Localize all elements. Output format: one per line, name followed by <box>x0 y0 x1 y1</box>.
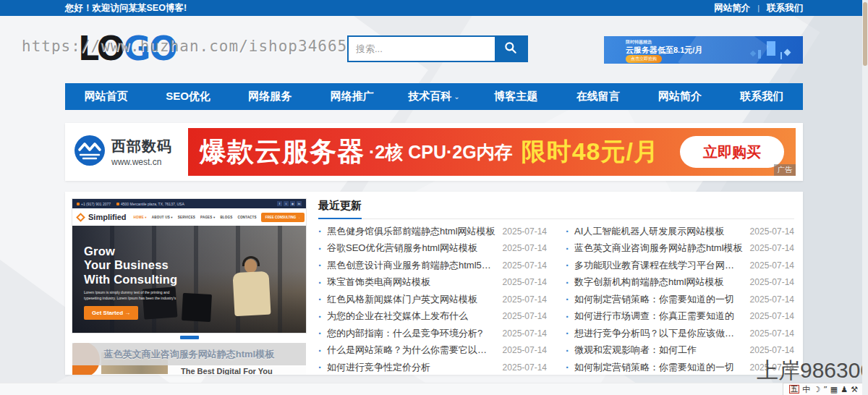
article-link[interactable]: 如何进行市场调查：你真正需要知道的 <box>574 310 743 323</box>
preview-brand: Simplified <box>88 213 127 221</box>
bullet-icon: · <box>566 362 569 373</box>
bullet-icon: · <box>318 226 322 237</box>
recent-item: ·谷歌SEO优化营销服务html网站模板2025-07-14 <box>318 240 547 258</box>
preview-menu: HOME ▾ABOUT US ▾SERVICESPAGES ▾BLOGSCONT… <box>134 216 257 219</box>
article-link[interactable]: 您的内部指南：什么是竞争环境分析? <box>327 327 495 340</box>
nav-item-网站首页[interactable]: 网站首页 <box>65 83 147 110</box>
search-input[interactable] <box>349 37 495 61</box>
preview-phone: +1 (917) 901 2077 <box>77 202 111 206</box>
search-icon <box>503 41 518 57</box>
vendor-logo-link[interactable]: 西部数码 www.west.cn <box>65 135 188 169</box>
ime-tool-icon[interactable]: ♟ <box>841 386 848 394</box>
article-link[interactable]: 蓝色英文商业咨询服务网站静态html模板 <box>574 242 743 255</box>
nav-item-SEO优化[interactable]: SEO优化 <box>147 83 229 110</box>
article-link[interactable]: 如何制定营销策略：你需要知道的一切 <box>574 293 743 306</box>
logo-text-black: LO <box>78 29 124 68</box>
nav-item-博客主题[interactable]: 博客主题 <box>475 83 557 110</box>
article-link[interactable]: 多功能职业教育课程在线学习平台网站模板 <box>574 259 743 272</box>
preview-menu-item: BLOGS <box>220 216 232 219</box>
article-link[interactable]: 谷歌SEO优化营销服务html网站模板 <box>327 242 495 255</box>
article-date: 2025-07-14 <box>750 294 794 305</box>
vendor-url: www.west.cn <box>111 157 172 167</box>
server-illustration-icon <box>742 40 793 60</box>
recent-item: ·想进行竞争分析吗？以下是你应该做的7个理由2025-07-14 <box>566 325 794 342</box>
article-link[interactable]: AI人工智能机器人研发展示网站模板 <box>574 225 743 238</box>
article-date: 2025-07-14 <box>503 277 547 287</box>
bullet-icon: · <box>318 328 322 339</box>
preview-hero: Grow Your Business With Consulting Lorem… <box>72 226 306 333</box>
article-date: 2025-07-14 <box>750 226 794 237</box>
bullet-icon: · <box>318 294 322 305</box>
article-link[interactable]: 红色风格新闻媒体门户英文网站模板 <box>327 293 495 306</box>
preview-menu-item: CONTACTS <box>237 216 256 219</box>
bullet-icon: · <box>566 226 569 237</box>
recent-list-column-2: ·AI人工智能机器人研发展示网站模板2025-07-14·蓝色英文商业咨询服务网… <box>566 223 794 375</box>
person-shape <box>232 271 271 317</box>
ime-halfwidth-icon[interactable]: ☽ <box>813 386 820 394</box>
nav-item-联系我们[interactable]: 联系我们 <box>721 83 803 110</box>
recent-item: ·多功能职业教育课程在线学习平台网站模板2025-07-14 <box>566 257 794 274</box>
recent-list-column-1: ·黑色健身馆俱乐部前端静态html网站模板2025-07-14·谷歌SEO优化营… <box>318 223 547 375</box>
article-link[interactable]: 珠宝首饰类电商网站模板 <box>327 276 495 289</box>
hero-title-line: With Consulting <box>84 273 177 286</box>
recent-updates-section: 最近更新 ·黑色健身馆俱乐部前端静态html网站模板2025-07-14·谷歌S… <box>318 199 794 375</box>
ime-soft-keyboard-icon[interactable]: ▦ <box>830 386 838 394</box>
buy-now-button[interactable]: 立即购买 <box>680 136 784 168</box>
article-link[interactable]: 微观和宏观影响者：如何工作 <box>574 344 743 357</box>
topbar-link-site-intro[interactable]: 网站简介 <box>714 2 750 14</box>
west-digital-logo-icon <box>74 135 106 169</box>
bullet-icon: · <box>566 311 569 322</box>
recent-item: ·红色风格新闻媒体门户英文网站模板2025-07-14 <box>318 291 547 308</box>
article-date: 2025-07-14 <box>503 226 547 237</box>
section-title: 最近更新 <box>318 199 362 219</box>
nav-item-在线留言[interactable]: 在线留言 <box>557 83 639 110</box>
recent-item: ·蓝色英文商业咨询服务网站静态html模板2025-07-14 <box>566 240 794 258</box>
search-button[interactable] <box>495 37 527 61</box>
diamond-logo-icon <box>76 213 85 222</box>
bullet-icon: · <box>318 311 322 322</box>
scrollbar-track[interactable] <box>862 0 868 395</box>
bullet-icon: · <box>566 243 569 254</box>
ime-settings-wrench-icon[interactable]: ⚒ <box>851 386 858 394</box>
twitter-icon: t <box>284 201 289 206</box>
recent-item: ·黑色创意设计商业服务前端静态html5网站模板2025-07-14 <box>318 257 547 274</box>
preview-topbar: +1 (917) 901 2077 4500 Mercantile plaza,… <box>72 199 306 208</box>
ime-wubi-icon[interactable]: 五 <box>789 385 799 394</box>
recent-item: ·数字创新机构前端静态html网站模板2025-07-14 <box>566 274 794 292</box>
article-link[interactable]: 数字创新机构前端静态html网站模板 <box>574 276 743 289</box>
article-date: 2025-07-14 <box>503 243 547 253</box>
article-date: 2025-07-14 <box>503 294 547 305</box>
featured-slider[interactable]: +1 (917) 901 2077 4500 Mercantile plaza,… <box>72 199 306 375</box>
cloud-server-ad-banner[interactable]: 爆款云服务器 ·2核 CPU·2G内存 限时48元/月 立即购买 广告 <box>188 128 796 176</box>
article-link[interactable]: 为您的企业在社交媒体上发布什么 <box>327 310 495 323</box>
article-link[interactable]: 如何进行竞争性定价分析 <box>327 361 495 374</box>
bullet-icon: · <box>318 260 322 271</box>
nav-item-技术百科[interactable]: 技术百科⌄ <box>393 83 475 110</box>
article-link[interactable]: 什么是网站策略？为什么你需要它以及你如何做到 <box>327 344 495 357</box>
bullet-icon: · <box>318 277 322 288</box>
recent-item: ·黑色健身馆俱乐部前端静态html网站模板2025-07-14 <box>318 223 547 240</box>
nav-item-网络推广[interactable]: 网络推广 <box>311 83 393 110</box>
recent-item: ·如何制定营销策略：你需要知道的一切2025-07-14 <box>566 359 794 375</box>
article-link[interactable]: 黑色创意设计商业服务前端静态html5网站模板 <box>327 259 495 272</box>
article-date: 2025-07-14 <box>503 311 547 321</box>
facebook-icon: f <box>277 201 282 206</box>
site-logo[interactable]: LOGO <box>78 32 176 65</box>
scrollbar-thumb[interactable] <box>863 2 867 66</box>
article-link[interactable]: 如何制定营销策略：你需要知道的一切 <box>574 361 743 374</box>
get-started-button: Get Started → <box>84 306 138 320</box>
ime-punctuation-icon[interactable]: ” <box>823 386 827 394</box>
header-promo-banner[interactable]: 限时特惠精选 云服务器低至8.1元/月 点击立即抢购 <box>604 36 803 64</box>
article-link[interactable]: 想进行竞争分析吗？以下是你应该做的7个理由 <box>574 327 743 340</box>
nav-item-网络服务[interactable]: 网络服务 <box>229 83 311 110</box>
preview-address: 4500 Mercantile plaza, TX, 76137, USA <box>116 202 184 206</box>
ad-label: 广告 <box>774 164 796 176</box>
slider-indicator[interactable] <box>180 336 199 339</box>
ime-chinese-mode-icon[interactable]: 中 <box>802 386 810 394</box>
ad-specs: ·2核 CPU·2G内存 <box>369 140 513 164</box>
bullet-icon: · <box>566 328 569 339</box>
article-link[interactable]: 黑色健身馆俱乐部前端静态html网站模板 <box>327 225 495 238</box>
nav-item-网站简介[interactable]: 网站简介 <box>639 83 720 110</box>
article-date: 2025-07-14 <box>750 345 794 355</box>
topbar-link-contact[interactable]: 联系我们 <box>767 2 803 14</box>
